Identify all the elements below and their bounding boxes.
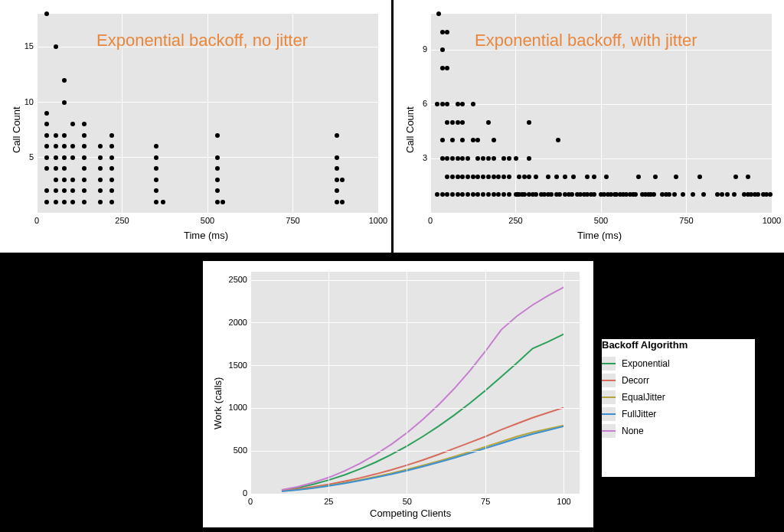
data-point [109,133,114,138]
data-point [725,192,730,197]
data-point [109,166,114,171]
data-point [82,155,87,160]
data-point [456,175,460,179]
data-point [697,175,702,179]
data-point [556,138,560,142]
xtick: 75 [474,497,497,506]
chart-panel-work: Work (calls) 025507510005001000150020002… [203,261,593,527]
data-point [215,178,220,182]
data-point [340,178,345,182]
legend-swatch [602,424,616,438]
legend-item: FullJitter [602,406,755,423]
data-point [674,175,678,179]
page: Call Count 0250500750100051015 Exponenti… [0,0,784,532]
data-point [215,133,220,138]
data-point [456,156,460,161]
data-point [440,30,445,34]
data-point [440,138,445,142]
data-point [82,144,87,149]
data-point [460,120,465,125]
data-point [215,188,220,193]
data-point [98,178,103,182]
data-point [563,175,567,179]
data-point [54,166,58,171]
data-point [44,188,49,193]
xtick: 50 [396,497,419,506]
data-point [450,156,455,161]
data-point [522,175,527,179]
data-point [475,138,480,142]
data-point [440,102,445,106]
xtick: 0 [239,497,262,506]
data-point [481,175,485,179]
data-point [70,155,75,160]
data-point [62,155,67,160]
data-point [460,102,465,106]
data-point [445,192,449,197]
data-point [715,192,720,197]
data-point [492,175,496,179]
data-point [62,78,67,83]
data-point [109,188,114,193]
data-point [517,175,521,179]
data-point [534,192,538,197]
data-point [54,44,58,49]
data-point [161,200,165,204]
ytick: 6 [404,99,427,108]
data-point [335,200,339,204]
data-point [109,144,114,149]
data-point [445,120,449,125]
ytick: 0 [220,488,247,498]
ytick: 15 [11,41,34,51]
data-point [62,100,67,105]
ytick: 5 [11,152,34,162]
ylabel: Call Count [11,106,22,153]
data-point [492,192,496,197]
data-point [154,155,158,160]
data-point [70,188,75,193]
data-point [450,192,455,197]
legend-label: Exponential [622,358,670,369]
data-point [44,111,49,116]
data-point [481,156,485,161]
chart-panel-no-jitter: Call Count 0250500750100051015 Exponenti… [0,0,394,253]
data-point [514,156,518,161]
xtick: 750 [282,216,305,225]
xlabel: Competing Clients [370,508,451,519]
legend-label: FullJitter [622,409,656,419]
data-point [82,188,87,193]
data-point [44,133,49,138]
ytick: 2500 [220,275,247,284]
data-point [440,156,445,161]
data-point [501,156,506,161]
data-point [70,122,75,126]
annotation-no-jitter: Exponential backoff, no jitter [96,31,308,51]
data-point [435,192,439,197]
data-point [486,175,491,179]
data-point [44,200,49,204]
legend-item: Decorr [602,372,755,389]
data-point [445,66,449,70]
data-point [82,200,87,204]
data-point [546,175,550,179]
data-point [466,175,470,179]
data-point [440,66,445,70]
data-point [507,192,511,197]
xtick: 100 [553,497,576,506]
data-point [475,192,480,197]
data-point [450,175,455,179]
legend-label: Decorr [622,375,649,386]
data-point [570,192,574,197]
legend-swatch [602,357,616,370]
data-point [557,192,562,197]
xtick: 750 [675,216,698,225]
legend-swatch [602,390,616,404]
xtick: 25 [317,497,340,506]
data-point [62,166,67,171]
data-point [720,192,724,197]
data-point [109,200,114,204]
data-point [496,192,501,197]
data-point [82,122,87,126]
data-point [522,192,527,197]
xtick: 0 [25,216,48,225]
